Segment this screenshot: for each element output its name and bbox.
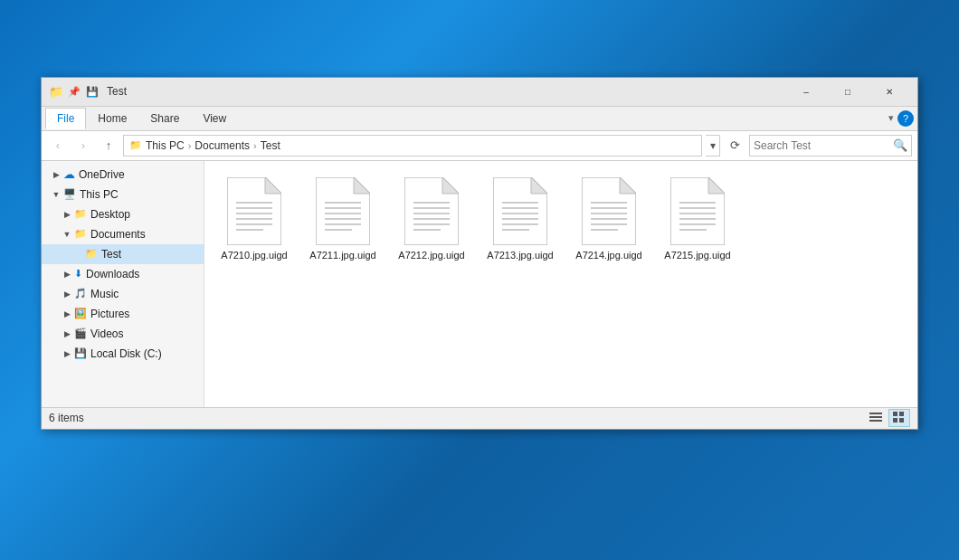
minimize-button[interactable]: – xyxy=(785,77,827,106)
toggle-thispc[interactable]: ▼ xyxy=(49,185,63,204)
window-controls: – □ ✕ xyxy=(785,77,910,106)
sidebar-item-onedrive[interactable]: ▶ ☁ OneDrive xyxy=(42,165,204,185)
status-bar: 6 items xyxy=(42,407,917,429)
toggle-videos[interactable]: ▶ xyxy=(60,324,74,344)
toggle-documents[interactable]: ▼ xyxy=(60,224,74,244)
back-button[interactable]: ‹ xyxy=(47,135,69,157)
forward-button[interactable]: › xyxy=(72,135,94,157)
file-icon-4 xyxy=(582,177,636,245)
tab-share[interactable]: Share xyxy=(138,108,191,129)
file-name-0: A7210.jpg.uigd xyxy=(221,249,287,261)
file-name-3: A7213.jpg.uigd xyxy=(487,249,553,261)
file-name-1: A7211.jpg.uigd xyxy=(309,249,375,261)
path-sep-1: › xyxy=(188,140,192,151)
file-item-4[interactable]: A7214.jpg.uigd xyxy=(568,170,650,269)
sidebar-item-desktop[interactable]: ▶ 📁 Desktop xyxy=(42,204,204,224)
file-name-5: A7215.jpg.uigd xyxy=(664,249,730,261)
tab-file[interactable]: File xyxy=(45,108,86,129)
up-button[interactable]: ↑ xyxy=(98,135,119,157)
svg-rect-48 xyxy=(869,413,882,414)
sidebar-item-downloads[interactable]: ▶ ⬇ Downloads xyxy=(42,264,204,284)
refresh-button[interactable]: ⟳ xyxy=(724,135,745,157)
icon-view-button[interactable] xyxy=(888,409,910,427)
svg-rect-49 xyxy=(869,416,882,418)
toggle-onedrive[interactable]: ▶ xyxy=(49,165,63,185)
file-item-1[interactable]: A7211.jpg.uigd xyxy=(302,170,384,269)
main-content: ▶ ☁ OneDrive ▼ 🖥️ This PC ▶ 📁 Desktop ▼ … xyxy=(42,161,917,407)
test-icon: 📁 xyxy=(85,248,98,260)
sidebar-label-desktop: Desktop xyxy=(90,208,130,221)
toggle-localdisk[interactable]: ▶ xyxy=(60,344,74,364)
svg-marker-33 xyxy=(620,177,636,194)
search-input[interactable] xyxy=(754,139,893,152)
close-button[interactable]: ✕ xyxy=(869,77,910,106)
path-segment-thispc: This PC xyxy=(146,139,185,152)
desktop-icon: 📁 xyxy=(74,208,87,220)
item-count: 6 items xyxy=(49,412,84,424)
title-bar: 📁 📌 💾 Test – □ ✕ xyxy=(42,78,917,107)
downloads-icon: ⬇ xyxy=(74,268,82,280)
sidebar-label-documents: Documents xyxy=(90,228,146,241)
folder-icon-title: 📁 xyxy=(49,84,63,99)
path-segment-test: Test xyxy=(261,139,280,152)
sidebar-item-test[interactable]: 📁 Test xyxy=(42,244,204,264)
ribbon-tabs: File Home Share View ▾ ? xyxy=(42,107,917,130)
file-icon-3 xyxy=(493,177,547,245)
svg-rect-54 xyxy=(899,418,904,422)
toggle-downloads[interactable]: ▶ xyxy=(60,264,74,284)
file-name-4: A7214.jpg.uigd xyxy=(575,249,641,261)
file-icon-1 xyxy=(316,177,370,245)
svg-marker-41 xyxy=(708,177,725,194)
address-path[interactable]: 📁 This PC › Documents › Test xyxy=(123,135,702,157)
maximize-button[interactable]: □ xyxy=(827,77,869,106)
toggle-desktop[interactable]: ▶ xyxy=(60,204,74,224)
toggle-pictures[interactable]: ▶ xyxy=(60,304,74,324)
tab-home[interactable]: Home xyxy=(86,108,138,129)
tab-view[interactable]: View xyxy=(191,108,238,129)
file-area: A7210.jpg.uigd A7211.jpg.ui xyxy=(204,161,917,407)
file-icon-5 xyxy=(670,177,725,245)
localdisk-icon: 💾 xyxy=(74,347,87,359)
sidebar-label-music: Music xyxy=(90,288,119,300)
onedrive-icon: ☁ xyxy=(63,167,75,181)
sidebar-item-thispc[interactable]: ▼ 🖥️ This PC xyxy=(42,185,204,204)
sidebar-item-pictures[interactable]: ▶ 🖼️ Pictures xyxy=(42,304,204,324)
sidebar-label-videos: Videos xyxy=(90,327,123,340)
file-item-3[interactable]: A7213.jpg.uigd xyxy=(480,170,561,269)
save-icon: 💾 xyxy=(85,84,100,99)
path-segment-documents: Documents xyxy=(195,139,250,152)
svg-marker-25 xyxy=(531,177,547,194)
file-item-2[interactable]: A7212.jpg.uigd xyxy=(391,170,472,269)
videos-icon: 🎬 xyxy=(74,327,87,339)
sidebar-item-videos[interactable]: ▶ 🎬 Videos xyxy=(42,324,204,344)
ribbon-arrow: ▾ ? xyxy=(888,110,914,127)
list-view-button[interactable] xyxy=(865,409,887,427)
sidebar-label-onedrive: OneDrive xyxy=(79,168,125,181)
sidebar-label-pictures: Pictures xyxy=(90,308,129,320)
search-box[interactable]: 🔍 xyxy=(749,135,912,157)
sidebar-label-downloads: Downloads xyxy=(86,268,139,280)
svg-marker-17 xyxy=(442,177,459,194)
address-dropdown-button[interactable]: ▾ xyxy=(706,135,720,157)
sidebar-label-localdisk: Local Disk (C:) xyxy=(90,347,162,360)
svg-rect-52 xyxy=(899,412,904,416)
view-buttons xyxy=(865,409,910,427)
search-icon[interactable]: 🔍 xyxy=(893,138,907,152)
sidebar-item-documents[interactable]: ▼ 📁 Documents xyxy=(42,224,204,244)
address-folder-icon: 📁 xyxy=(129,139,142,151)
toggle-music[interactable]: ▶ xyxy=(60,284,74,304)
sidebar-item-localdisk[interactable]: ▶ 💾 Local Disk (C:) xyxy=(42,344,204,364)
ribbon-expand-icon[interactable]: ▾ xyxy=(888,112,894,124)
file-item-0[interactable]: A7210.jpg.uigd xyxy=(214,170,295,269)
svg-rect-51 xyxy=(893,412,897,416)
path-sep-2: › xyxy=(253,140,257,151)
sidebar-item-music[interactable]: ▶ 🎵 Music xyxy=(42,284,204,304)
file-item-5[interactable]: A7215.jpg.uigd xyxy=(657,170,738,269)
file-icon-2 xyxy=(404,177,459,245)
ribbon: File Home Share View ▾ ? xyxy=(42,107,917,131)
sidebar: ▶ ☁ OneDrive ▼ 🖥️ This PC ▶ 📁 Desktop ▼ … xyxy=(42,161,204,407)
pin-icon: 📌 xyxy=(67,84,81,99)
file-icon-0 xyxy=(227,177,281,245)
documents-icon: 📁 xyxy=(74,228,87,240)
help-button[interactable]: ? xyxy=(897,110,914,127)
